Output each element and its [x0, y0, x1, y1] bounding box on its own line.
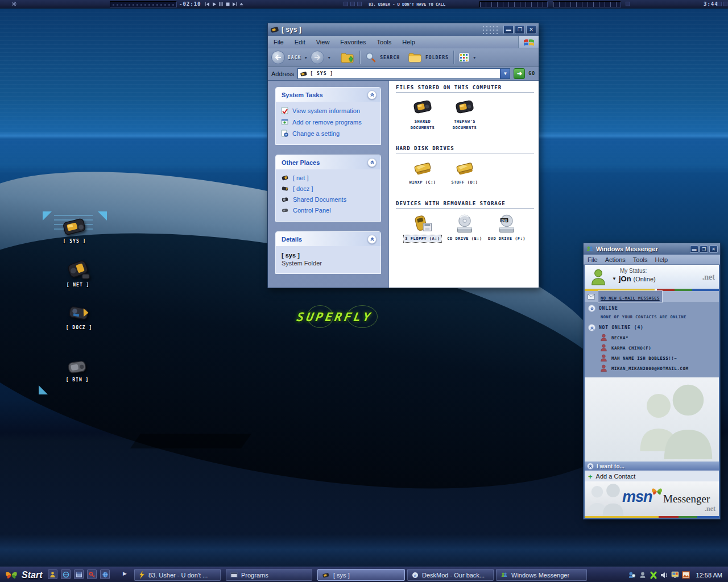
winamp-balance-slider[interactable]	[553, 1, 621, 7]
collapse-chevron-icon[interactable]	[367, 158, 377, 167]
back-dropdown-icon[interactable]: ▼	[304, 56, 308, 60]
play-icon[interactable]	[212, 2, 217, 7]
email-notice-row[interactable]: NO NEW E-MAIL MESSAGES	[585, 291, 719, 302]
tray-image-icon[interactable]	[682, 571, 690, 579]
winamp-mini-button[interactable]	[723, 2, 727, 6]
messenger-titlebar[interactable]: Windows Messenger ▬ ❒ ✕	[584, 243, 720, 255]
status-selector[interactable]: ▼ jOn (Online)	[612, 275, 656, 283]
menu-actions[interactable]: Actions	[605, 256, 626, 263]
winamp-eq-slider[interactable]	[479, 1, 548, 7]
tray-user-icon[interactable]	[639, 571, 647, 579]
quicklaunch-key-icon[interactable]	[87, 569, 97, 579]
menu-view[interactable]: View	[316, 39, 330, 45]
taskbar-button-deskmod[interactable]: e DeskMod - Our back...	[407, 569, 494, 581]
menu-help[interactable]: Help	[402, 39, 415, 45]
address-dropdown-button[interactable]: ▼	[500, 69, 510, 78]
drive-item-cd-e[interactable]: CD DRIVE (E:)	[444, 214, 486, 243]
taskbar-button-sys[interactable]: [ sys ]	[317, 569, 405, 581]
up-folder-button[interactable]	[340, 51, 355, 64]
menu-help[interactable]: Help	[655, 256, 668, 263]
taskbar-clock[interactable]: 12:58 AM	[696, 572, 722, 579]
status-dropdown-icon[interactable]: ▼	[612, 276, 617, 281]
eject-icon[interactable]	[239, 2, 244, 7]
quicklaunch-window-icon[interactable]	[74, 569, 84, 579]
contact-row[interactable]: MAH NAME ISH BOBLESS!!~	[585, 353, 719, 363]
previous-track-icon[interactable]	[205, 2, 210, 7]
contact-row[interactable]: BECKA*	[585, 332, 719, 343]
winamp-mini-button[interactable]	[344, 2, 348, 6]
desktop-icon-sys[interactable]: [ SYS ]	[55, 215, 94, 244]
address-input[interactable]: [ SYS ] ▼	[297, 68, 510, 79]
close-button[interactable]: ✕	[709, 246, 718, 253]
email-notice-chip[interactable]: NO NEW E-MAIL MESSAGES	[598, 290, 663, 303]
explorer-titlebar[interactable]: [ sys ] ▬ ❒ ✕	[268, 23, 539, 36]
winamp-mini-button[interactable]	[350, 2, 355, 6]
file-item-thepaws-documents[interactable]: THEPAW'S DOCUMENTS	[444, 98, 486, 131]
minimize-button[interactable]: ▬	[690, 246, 698, 253]
menu-favorites[interactable]: Favorites	[340, 39, 366, 45]
tray-display-icon[interactable]	[671, 571, 679, 579]
start-button[interactable]: Start	[0, 567, 49, 582]
place-shared-documents[interactable]: Shared Documents	[281, 196, 378, 203]
desktop-icon-docz[interactable]: [ DOCZ ]	[59, 301, 99, 330]
taskbar-button-usher[interactable]: 83. Usher - U don't ...	[134, 569, 221, 581]
drive-item-winxp-c[interactable]: WINXP (C:)	[402, 159, 444, 186]
next-track-icon[interactable]	[232, 2, 237, 7]
contact-row[interactable]: KARMA CHINO(F)	[585, 343, 719, 353]
quicklaunch-expand-icon[interactable]: ▶	[123, 571, 127, 576]
tray-messenger-icon[interactable]	[628, 571, 636, 579]
taskbar-button-programs[interactable]: Programs	[226, 569, 312, 581]
desktop-icon-bin[interactable]: [ BIN ]	[57, 357, 97, 383]
close-button[interactable]: ✕	[526, 25, 536, 34]
stop-icon[interactable]	[225, 2, 230, 7]
tray-green-x-icon[interactable]	[650, 571, 657, 579]
collapse-chevron-icon[interactable]	[367, 235, 377, 244]
drive-item-dvd-f[interactable]: DVD DVD DRIVE (F:)	[486, 214, 528, 243]
winamp-mini-button[interactable]	[626, 2, 630, 6]
other-places-header[interactable]: Other Places	[276, 155, 380, 169]
task-add-remove-programs[interactable]: Add or remove programs	[281, 118, 378, 126]
winamp-menu-icon[interactable]	[11, 1, 17, 7]
details-header[interactable]: Details	[276, 232, 380, 246]
menu-tools[interactable]: Tools	[377, 39, 392, 45]
taskbar-button-messenger[interactable]: Windows Messenger	[496, 569, 587, 581]
iwant-chevron-icon[interactable]	[587, 463, 594, 469]
menu-file[interactable]: File	[274, 39, 284, 45]
group-online[interactable]: ONLINE	[585, 304, 719, 313]
menu-file[interactable]: File	[588, 256, 598, 263]
search-button[interactable]	[365, 51, 377, 64]
place-control-panel[interactable]: Control Panel	[281, 207, 378, 214]
group-chevron-icon[interactable]	[588, 305, 595, 312]
views-button[interactable]	[458, 52, 470, 63]
go-button[interactable]: ➜	[514, 68, 525, 79]
i-want-to-bar[interactable]: I want to...	[585, 462, 719, 471]
maximize-button[interactable]: ❒	[700, 246, 708, 253]
place-docz[interactable]: [ docz ]	[281, 185, 378, 192]
forward-button[interactable]	[311, 51, 324, 64]
collapse-chevron-icon[interactable]	[367, 90, 377, 99]
quicklaunch-user-icon[interactable]	[48, 569, 57, 579]
msn-banner[interactable]: msn Messenger .net	[585, 481, 719, 518]
group-chevron-icon[interactable]	[588, 324, 595, 331]
folders-button[interactable]	[408, 52, 423, 63]
place-net[interactable]: [ net ]	[281, 174, 378, 181]
tray-volume-icon[interactable]	[660, 571, 668, 579]
file-item-shared-documents[interactable]: SHARED DOCUMENTS	[402, 98, 444, 131]
add-contact-row[interactable]: + Add a Contact	[585, 471, 719, 481]
maximize-button[interactable]: ❒	[515, 25, 525, 34]
drive-item-floppy-a[interactable]: 3 FLOPPY (A:)	[402, 214, 444, 243]
system-tasks-header[interactable]: System Tasks	[276, 88, 380, 102]
winamp-mini-button[interactable]	[717, 2, 722, 6]
desktop-icon-net[interactable]: [ NET ]	[58, 257, 98, 288]
contact-row[interactable]: MIKAN_MIKAN2000@HOTMAIL.COM	[585, 363, 719, 373]
menu-tools[interactable]: Tools	[633, 256, 648, 263]
group-not-online[interactable]: NOT ONLINE (4)	[585, 323, 719, 332]
forward-dropdown-icon[interactable]: ▼	[327, 56, 331, 60]
winamp-mini-button[interactable]	[357, 2, 362, 6]
task-view-system-information[interactable]: View system information	[281, 107, 378, 114]
back-button[interactable]	[271, 51, 285, 64]
views-dropdown-icon[interactable]: ▼	[473, 56, 477, 60]
quicklaunch-browser-icon[interactable]	[61, 569, 71, 579]
menu-edit[interactable]: Edit	[295, 39, 305, 45]
quicklaunch-globe-icon[interactable]	[100, 569, 110, 579]
